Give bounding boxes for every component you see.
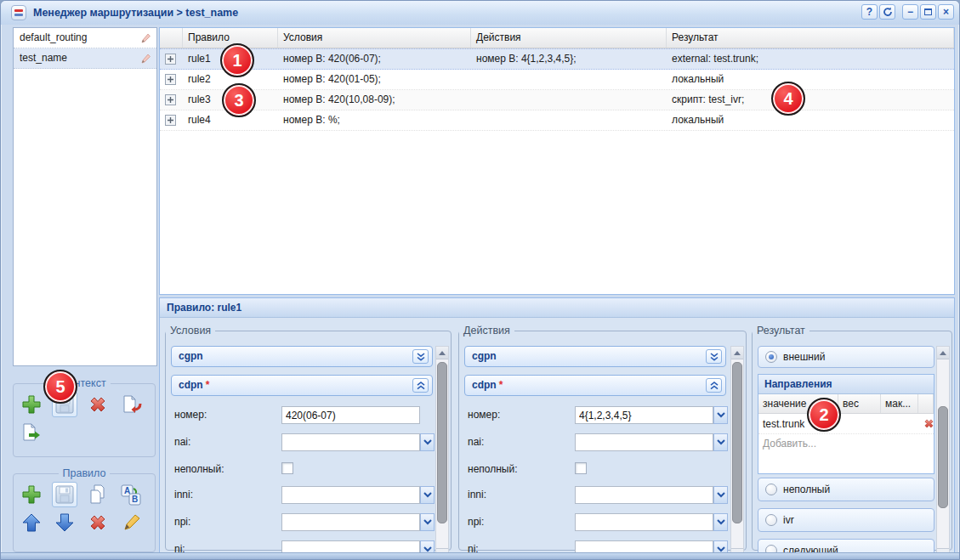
import-context-button[interactable]	[118, 392, 144, 417]
close-button[interactable]: ×	[938, 4, 954, 20]
incomplete-checkbox[interactable]	[575, 462, 587, 474]
expand-plus-icon[interactable]	[165, 115, 183, 126]
npi-input[interactable]	[575, 513, 713, 531]
edit-pencil-icon[interactable]	[139, 31, 152, 45]
result-option-ivr[interactable]: ivr	[758, 508, 934, 532]
scroll-up-icon[interactable]	[731, 347, 743, 359]
nai-combo[interactable]	[281, 433, 435, 451]
combo-arrow-icon[interactable]	[420, 486, 435, 504]
context-item-label: default_routing	[20, 31, 87, 43]
move-rule-down-button[interactable]	[52, 510, 77, 535]
npi-input[interactable]	[281, 513, 420, 531]
rule-toolbar-legend: Правило	[59, 467, 111, 479]
save-rule-button[interactable]	[52, 482, 77, 507]
nai-input[interactable]	[575, 433, 713, 451]
result-option-external[interactable]: внешний	[758, 346, 934, 368]
radio-icon[interactable]	[765, 484, 777, 495]
context-item-default-routing[interactable]: default_routing	[14, 28, 156, 48]
nai-input[interactable]	[281, 433, 420, 451]
conditions-legend: Условия	[166, 325, 215, 337]
edit-rule-button[interactable]	[118, 510, 144, 535]
group-label: cdpn	[472, 379, 497, 391]
result-scrollbar[interactable]	[936, 346, 950, 554]
npi-combo[interactable]	[281, 513, 435, 531]
radio-icon[interactable]	[765, 514, 777, 526]
combo-arrow-icon[interactable]	[420, 433, 435, 451]
window-bottom-frame	[1, 552, 959, 559]
table-row-rule1[interactable]: rule1 номер B: 420(06-07); номер B: 4{1,…	[160, 48, 954, 70]
export-context-button[interactable]	[19, 420, 44, 445]
conditions-scrollbar[interactable]	[435, 346, 449, 554]
minimize-button[interactable]: −	[902, 4, 918, 20]
conditions-cgpn-bar[interactable]: cgpn	[171, 346, 433, 367]
expand-chevrons-icon[interactable]	[412, 349, 429, 364]
direction-row-test-trunk[interactable]: test.trunk	[758, 414, 934, 434]
column-header-max[interactable]: мак...	[881, 394, 918, 413]
add-context-button[interactable]	[19, 392, 44, 417]
inni-input[interactable]	[281, 486, 420, 504]
table-row-rule3[interactable]: rule3 номер B: 420(10,08-09); скрипт: te…	[160, 90, 954, 110]
move-rule-up-button[interactable]	[19, 510, 44, 535]
rename-rule-button[interactable]: A B	[118, 482, 144, 507]
scrollbar-thumb[interactable]	[732, 362, 742, 523]
column-header-conditions[interactable]: Условия	[278, 28, 471, 48]
expand-chevrons-icon[interactable]	[706, 349, 722, 364]
inni-combo[interactable]	[575, 486, 728, 504]
number-combo[interactable]	[575, 406, 728, 424]
actions-cgpn-bar[interactable]: cgpn	[464, 346, 726, 367]
cell-actions	[471, 110, 667, 130]
conditions-section: Условия cgpn cdpn* номер: nai: неполный:…	[165, 325, 452, 551]
actions-cdpn-bar[interactable]: cdpn*	[464, 375, 726, 396]
add-rule-button[interactable]	[19, 482, 44, 507]
nai-combo[interactable]	[575, 433, 728, 451]
svg-text:B: B	[132, 495, 138, 504]
edit-pencil-icon[interactable]	[139, 52, 152, 65]
inni-label: inni:	[174, 486, 193, 503]
cell-actions	[471, 70, 667, 89]
cell-actions: номер B: 4{1,2,3,4,5};	[471, 49, 667, 69]
result-option-incomplete[interactable]: неполный	[758, 478, 934, 501]
number-input[interactable]	[575, 406, 713, 424]
expand-plus-icon[interactable]	[165, 54, 183, 65]
npi-label: npi:	[468, 513, 484, 530]
copy-rule-button[interactable]	[85, 482, 111, 507]
table-row-rule4[interactable]: rule4 номер B: %; локальный	[160, 110, 954, 131]
collapse-chevrons-icon[interactable]	[706, 378, 722, 393]
combo-arrow-icon[interactable]	[713, 433, 728, 451]
combo-arrow-icon[interactable]	[713, 513, 728, 531]
refresh-button[interactable]	[879, 4, 895, 20]
column-header-weight[interactable]: вес	[838, 394, 881, 413]
column-header-result[interactable]: Результат	[667, 28, 954, 48]
context-item-test-name[interactable]: test_name	[14, 48, 156, 69]
expand-plus-icon[interactable]	[165, 74, 183, 85]
table-row-rule2[interactable]: rule2 номер B: 420(01-05); локальный	[160, 70, 954, 90]
expand-plus-icon[interactable]	[165, 94, 183, 105]
number-input[interactable]	[281, 406, 420, 424]
npi-combo[interactable]	[575, 513, 728, 531]
maximize-button[interactable]	[920, 4, 936, 20]
add-direction-row[interactable]: Добавить...	[758, 434, 934, 455]
delete-rule-button[interactable]	[85, 510, 111, 535]
scrollbar-thumb[interactable]	[938, 406, 948, 508]
cell-conditions: номер B: 420(01-05);	[278, 70, 471, 89]
help-button[interactable]: ?	[861, 4, 878, 20]
scroll-up-icon[interactable]	[937, 347, 949, 359]
scroll-up-icon[interactable]	[436, 347, 448, 359]
scrollbar-thumb[interactable]	[437, 362, 447, 523]
combo-arrow-icon[interactable]	[713, 486, 728, 504]
radio-selected-icon[interactable]	[765, 351, 777, 363]
delete-context-button[interactable]	[85, 392, 111, 417]
collapse-chevrons-icon[interactable]	[412, 378, 429, 393]
cell-result: скрипт: test_ivr;	[667, 90, 954, 110]
conditions-cdpn-bar[interactable]: cdpn*	[171, 375, 433, 396]
inni-input[interactable]	[575, 486, 713, 504]
column-header-actions[interactable]: Действия	[471, 28, 667, 48]
actions-scrollbar[interactable]	[730, 346, 744, 554]
combo-arrow-icon[interactable]	[713, 406, 728, 424]
combo-arrow-icon[interactable]	[420, 513, 435, 531]
delete-direction-icon[interactable]	[923, 417, 935, 430]
incomplete-checkbox[interactable]	[281, 462, 293, 474]
rules-table: Правило Условия Действия Результат rule1…	[159, 27, 955, 295]
inni-combo[interactable]	[281, 486, 435, 504]
rename-ab-icon: A B	[120, 484, 142, 506]
